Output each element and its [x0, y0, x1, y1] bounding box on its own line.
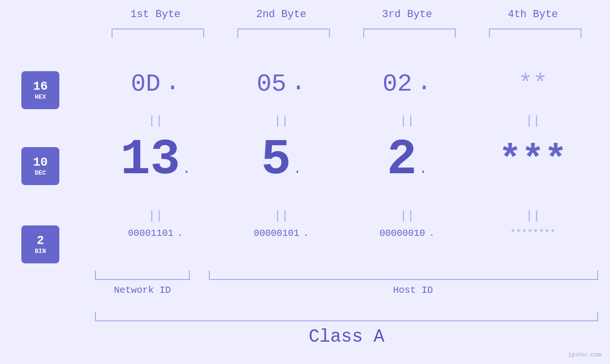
hex-cell-3: 02 . — [350, 69, 464, 100]
eq-cell-2-2: || — [225, 209, 338, 223]
badge-hex-label: HEX — [35, 93, 46, 101]
equals-row-2: || || || || — [93, 209, 596, 223]
bin-star-4: ******** — [510, 228, 555, 239]
dec-dot-1: . — [183, 162, 191, 177]
badge-hex: 16 HEX — [21, 71, 59, 109]
bracket-byte-2 — [237, 28, 330, 38]
dec-dot-3: . — [419, 162, 427, 177]
hex-row: 0D . 05 . 02 . ** — [93, 69, 596, 100]
bin-val-2: 00000101 — [253, 228, 299, 239]
dec-cell-3: 2 . — [350, 135, 464, 185]
hex-val-1: 0D — [131, 70, 160, 98]
network-id-label: Network ID — [95, 285, 190, 296]
hex-cell-1: 0D . — [99, 69, 213, 100]
eq-cell-3: || — [350, 114, 464, 128]
watermark: ipshu.com — [568, 351, 601, 358]
eq-cell-1: || — [99, 114, 213, 128]
byte-label-3: 3rd Byte — [350, 9, 464, 20]
badge-bin-num: 2 — [37, 234, 44, 247]
hex-dot-3: . — [417, 69, 432, 97]
bottom-brackets-row — [95, 271, 598, 280]
class-bracket — [95, 312, 598, 321]
badge-dec-num: 10 — [33, 156, 47, 168]
eq-cell-2: || — [225, 114, 338, 128]
badge-bin: 2 BIN — [21, 225, 59, 263]
byte-label-4: 4th Byte — [476, 9, 590, 20]
eq-cell-4: || — [476, 114, 590, 128]
byte-label-2: 2nd Byte — [225, 9, 338, 20]
dec-val-2: 5 — [261, 135, 291, 185]
dec-star-4: *** — [498, 141, 567, 179]
class-a-label: Class A — [95, 327, 598, 347]
dec-val-1: 13 — [121, 135, 180, 185]
dec-row: 13 . 5 . 2 . *** — [93, 135, 596, 185]
bracket-byte-1 — [112, 28, 204, 38]
bin-val-3: 00000010 — [379, 228, 425, 239]
dec-cell-1: 13 . — [99, 135, 213, 185]
dec-dot-2: . — [293, 162, 301, 177]
hex-val-2: 05 — [257, 70, 286, 98]
hex-val-3: 02 — [383, 70, 412, 98]
network-bracket — [95, 271, 190, 280]
bin-row: 00001101 . 00000101 . 00000010 . *******… — [93, 228, 596, 239]
dec-cell-4: *** — [476, 141, 590, 179]
badge-dec: 10 DEC — [21, 147, 59, 185]
eq-cell-2-4: || — [476, 209, 590, 223]
hex-val-4: ** — [518, 70, 547, 98]
bracket-byte-4 — [489, 28, 582, 38]
dec-cell-2: 5 . — [225, 135, 338, 185]
hex-dot-2: . — [291, 69, 306, 97]
bin-cell-3: 00000010 . — [350, 228, 464, 239]
eq-cell-2-1: || — [99, 209, 213, 223]
bin-val-1: 00001101 — [128, 228, 173, 239]
hex-cell-4: ** — [476, 70, 590, 98]
bin-cell-1: 00001101 . — [99, 228, 213, 239]
byte-label-1: 1st Byte — [99, 9, 213, 20]
bin-cell-2: 00000101 . — [225, 228, 338, 239]
host-bracket — [209, 271, 598, 280]
dec-val-3: 2 — [387, 135, 417, 185]
main-layout: 1st Byte 2nd Byte 3rd Byte 4th Byte 16 H… — [0, 0, 610, 364]
byte-labels-row: 1st Byte 2nd Byte 3rd Byte 4th Byte — [93, 9, 596, 20]
eq-cell-2-3: || — [350, 209, 464, 223]
host-id-label: Host ID — [218, 285, 608, 296]
equals-row-1: || || || || — [93, 114, 596, 128]
badge-bin-label: BIN — [35, 248, 46, 255]
top-brackets — [95, 28, 598, 38]
hex-cell-2: 05 . — [225, 69, 338, 100]
bin-cell-4: ******** — [476, 228, 590, 239]
bracket-byte-3 — [363, 28, 456, 38]
hex-dot-1: . — [165, 69, 180, 97]
badge-dec-label: DEC — [35, 169, 46, 177]
badge-hex-num: 16 — [33, 80, 47, 93]
bin-dot-3: . — [429, 228, 435, 239]
bin-dot-2: . — [303, 228, 309, 239]
bin-dot-1: . — [178, 228, 183, 239]
